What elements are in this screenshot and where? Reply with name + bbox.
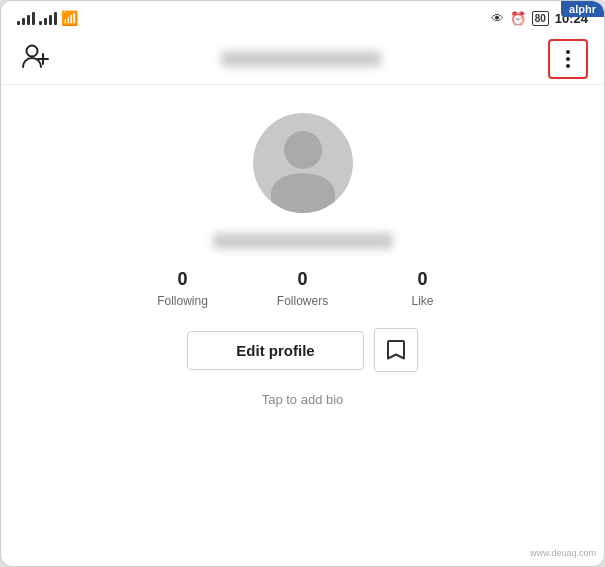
add-user-button[interactable]: [17, 41, 53, 77]
profile-username: [213, 233, 393, 249]
username-display: [53, 51, 548, 67]
top-nav: [1, 33, 604, 85]
svg-point-0: [27, 45, 38, 56]
signal-icon-1: [17, 11, 35, 25]
more-options-button[interactable]: [548, 39, 588, 79]
add-user-icon: [21, 43, 49, 75]
like-count: 0: [417, 269, 427, 290]
bookmark-icon: [386, 339, 406, 361]
eye-icon: 👁: [491, 11, 504, 26]
battery-level: 80: [535, 13, 546, 24]
stats-row: 0 Following 0 Followers 0 Like: [21, 269, 584, 308]
action-row: Edit profile: [187, 328, 417, 372]
followers-label: Followers: [277, 294, 328, 308]
followers-count: 0: [297, 269, 307, 290]
battery-indicator: 80: [532, 11, 549, 26]
signal-icon-2: [39, 11, 57, 25]
stat-following[interactable]: 0 Following: [123, 269, 243, 308]
stat-followers[interactable]: 0 Followers: [243, 269, 363, 308]
avatar-head: [284, 131, 322, 169]
alarm-icon: ⏰: [510, 11, 526, 26]
avatar-body: [271, 173, 335, 213]
wifi-icon: 📶: [61, 10, 78, 26]
avatar: [253, 113, 353, 213]
following-count: 0: [177, 269, 187, 290]
alphr-badge: alphr: [561, 1, 604, 17]
like-label: Like: [411, 294, 433, 308]
status-left: 📶: [17, 10, 78, 26]
bio-hint[interactable]: Tap to add bio: [262, 392, 344, 407]
phone-frame: alphr 📶 👁 ⏰ 80 10:24: [0, 0, 605, 567]
edit-profile-button[interactable]: Edit profile: [187, 331, 363, 370]
profile-section: 0 Following 0 Followers 0 Like Edit prof…: [1, 85, 604, 427]
avatar-silhouette: [253, 113, 353, 213]
watermark: www.deuaq.com: [530, 548, 596, 558]
following-label: Following: [157, 294, 208, 308]
more-dots-icon: [566, 50, 570, 68]
bookmark-button[interactable]: [374, 328, 418, 372]
status-bar: 📶 👁 ⏰ 80 10:24: [1, 1, 604, 33]
stat-like[interactable]: 0 Like: [363, 269, 483, 308]
